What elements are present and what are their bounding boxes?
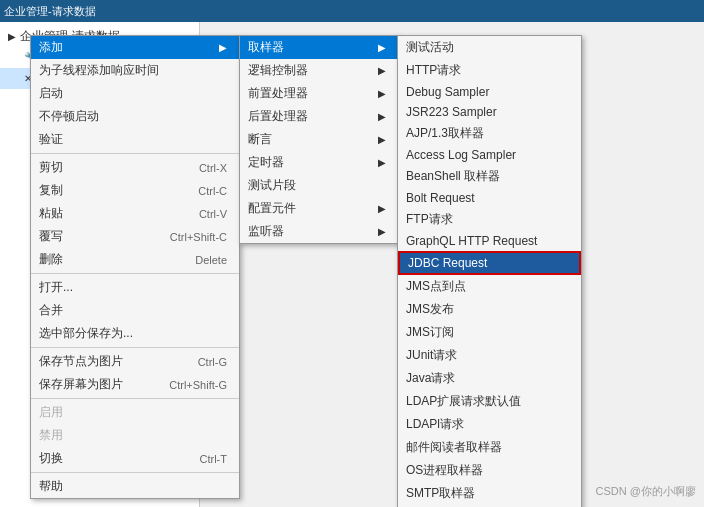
divider-2: [31, 273, 239, 274]
menu-item-add[interactable]: 添加 ▶: [31, 36, 239, 59]
sampler-ldap-label: LDAPl请求: [406, 416, 464, 433]
menu-item-save-selection[interactable]: 选中部分保存为...: [31, 322, 239, 345]
menu-item-save-node-img[interactable]: 保存节点为图片 Ctrl-G: [31, 350, 239, 373]
menu-item-save-node-img-shortcut: Ctrl-G: [198, 356, 227, 368]
sampler-http-request[interactable]: HTTP请求: [398, 59, 581, 82]
menu-item-overwrite-shortcut: Ctrl+Shift-C: [170, 231, 227, 243]
sampler-java-label: Java请求: [406, 370, 455, 387]
divider-4: [31, 398, 239, 399]
menu-item-enable[interactable]: 启用: [31, 401, 239, 424]
menu-item-paste-shortcut: Ctrl-V: [199, 208, 227, 220]
add-submenu-logic-label: 逻辑控制器: [248, 62, 308, 79]
sampler-ftp-label: FTP请求: [406, 211, 453, 228]
sampler-ajp[interactable]: AJP/1.3取样器: [398, 122, 581, 145]
add-submenu-config-arrow: ▶: [378, 203, 386, 214]
add-submenu-timer-label: 定时器: [248, 154, 284, 171]
submenu-sampler: 测试活动 HTTP请求 Debug Sampler JSR223 Sampler…: [397, 35, 582, 507]
add-submenu-test-fragment-label: 测试片段: [248, 177, 296, 194]
submenu-add: 取样器 ▶ 逻辑控制器 ▶ 前置处理器 ▶ 后置处理器 ▶ 断言 ▶ 定时器 ▶…: [239, 35, 399, 244]
sampler-jms-p2p-label: JMS点到点: [406, 278, 466, 295]
sampler-jms-subscribe-label: JMS订阅: [406, 324, 454, 341]
sampler-jsr223[interactable]: JSR223 Sampler: [398, 102, 581, 122]
add-submenu-test-fragment[interactable]: 测试片段: [240, 174, 398, 197]
sampler-ldap-extended[interactable]: LDAP扩展请求默认值: [398, 390, 581, 413]
menu-item-merge[interactable]: 合并: [31, 299, 239, 322]
sampler-jms-publish[interactable]: JMS发布: [398, 298, 581, 321]
add-submenu-logic-controller[interactable]: 逻辑控制器 ▶: [240, 59, 398, 82]
sampler-os-process[interactable]: OS进程取样器: [398, 459, 581, 482]
sampler-debug-label: Debug Sampler: [406, 85, 489, 99]
top-bar: 企业管理-请求数据: [0, 0, 704, 22]
add-submenu-config-element[interactable]: 配置元件 ▶: [240, 197, 398, 220]
sampler-mail-reader[interactable]: 邮件阅读者取样器: [398, 436, 581, 459]
menu-item-delete[interactable]: 删除 Delete: [31, 248, 239, 271]
sampler-smtp[interactable]: SMTP取样器: [398, 482, 581, 505]
menu-item-start-label: 启动: [39, 85, 63, 102]
sampler-ftp[interactable]: FTP请求: [398, 208, 581, 231]
add-submenu-post-processor[interactable]: 后置处理器 ▶: [240, 105, 398, 128]
sampler-jms-subscribe[interactable]: JMS订阅: [398, 321, 581, 344]
menu-item-save-screen-img[interactable]: 保存屏幕为图片 Ctrl+Shift-G: [31, 373, 239, 396]
sampler-java[interactable]: Java请求: [398, 367, 581, 390]
menu-item-add-label: 添加: [39, 39, 63, 56]
sampler-jms-p2p[interactable]: JMS点到点: [398, 275, 581, 298]
add-submenu-timer[interactable]: 定时器 ▶: [240, 151, 398, 174]
menu-item-overwrite[interactable]: 覆写 Ctrl+Shift-C: [31, 225, 239, 248]
add-submenu-pre-processor[interactable]: 前置处理器 ▶: [240, 82, 398, 105]
add-submenu-listener-arrow: ▶: [378, 226, 386, 237]
sampler-mail-reader-label: 邮件阅读者取样器: [406, 439, 502, 456]
menu-item-save-screen-img-shortcut: Ctrl+Shift-G: [169, 379, 227, 391]
menu-item-toggle[interactable]: 切换 Ctrl-T: [31, 447, 239, 470]
sampler-access-log[interactable]: Access Log Sampler: [398, 145, 581, 165]
menu-item-paste-label: 粘贴: [39, 205, 63, 222]
menu-item-start-no-pause[interactable]: 不停顿启动: [31, 105, 239, 128]
divider-3: [31, 347, 239, 348]
menu-item-cut[interactable]: 剪切 Ctrl-X: [31, 156, 239, 179]
menu-item-start-no-pause-label: 不停顿启动: [39, 108, 99, 125]
menu-item-disable[interactable]: 禁用: [31, 424, 239, 447]
add-submenu-sampler-arrow: ▶: [378, 42, 386, 53]
menu-item-toggle-shortcut: Ctrl-T: [200, 453, 228, 465]
add-submenu-listener-label: 监听器: [248, 223, 284, 240]
menu-item-help[interactable]: 帮助: [31, 475, 239, 498]
add-submenu-listener[interactable]: 监听器 ▶: [240, 220, 398, 243]
sampler-bolt-label: Bolt Request: [406, 191, 475, 205]
sampler-graphql[interactable]: GraphQL HTTP Request: [398, 231, 581, 251]
app-title: 企业管理-请求数据: [4, 4, 96, 19]
add-submenu-post-label: 后置处理器: [248, 108, 308, 125]
sampler-ajp-label: AJP/1.3取样器: [406, 125, 484, 142]
add-submenu-assertion[interactable]: 断言 ▶: [240, 128, 398, 151]
divider-5: [31, 472, 239, 473]
menu-item-open[interactable]: 打开...: [31, 276, 239, 299]
add-submenu-post-arrow: ▶: [378, 111, 386, 122]
menu-item-save-screen-img-label: 保存屏幕为图片: [39, 376, 123, 393]
sampler-os-process-label: OS进程取样器: [406, 462, 483, 479]
add-submenu-timer-arrow: ▶: [378, 157, 386, 168]
add-submenu-sampler[interactable]: 取样器 ▶: [240, 36, 398, 59]
menu-item-copy[interactable]: 复制 Ctrl-C: [31, 179, 239, 202]
sampler-ldap-extended-label: LDAP扩展请求默认值: [406, 393, 521, 410]
context-menu-main: 添加 ▶ 为子线程添加响应时间 启动 不停顿启动 验证 剪切 Ctrl-X 复制…: [30, 35, 240, 499]
sampler-debug[interactable]: Debug Sampler: [398, 82, 581, 102]
sampler-ldap[interactable]: LDAPl请求: [398, 413, 581, 436]
sampler-beanshell[interactable]: BeanShell 取样器: [398, 165, 581, 188]
menu-item-paste[interactable]: 粘贴 Ctrl-V: [31, 202, 239, 225]
add-submenu-assertion-label: 断言: [248, 131, 272, 148]
sampler-access-log-label: Access Log Sampler: [406, 148, 516, 162]
watermark: CSDN @你的小啊廖: [596, 484, 696, 499]
menu-item-start[interactable]: 启动: [31, 82, 239, 105]
menu-item-delete-label: 删除: [39, 251, 63, 268]
menu-item-validate-label: 验证: [39, 131, 63, 148]
add-submenu-pre-label: 前置处理器: [248, 85, 308, 102]
menu-item-merge-label: 合并: [39, 302, 63, 319]
menu-item-cut-label: 剪切: [39, 159, 63, 176]
sampler-junit[interactable]: JUnit请求: [398, 344, 581, 367]
menu-item-overwrite-label: 覆写: [39, 228, 63, 245]
menu-item-toggle-label: 切换: [39, 450, 63, 467]
menu-item-delete-shortcut: Delete: [195, 254, 227, 266]
menu-item-add-response-time[interactable]: 为子线程添加响应时间: [31, 59, 239, 82]
menu-item-validate[interactable]: 验证: [31, 128, 239, 151]
sampler-test-activity[interactable]: 测试活动: [398, 36, 581, 59]
sampler-bolt[interactable]: Bolt Request: [398, 188, 581, 208]
sampler-jdbc-request[interactable]: JDBC Request: [398, 251, 581, 275]
